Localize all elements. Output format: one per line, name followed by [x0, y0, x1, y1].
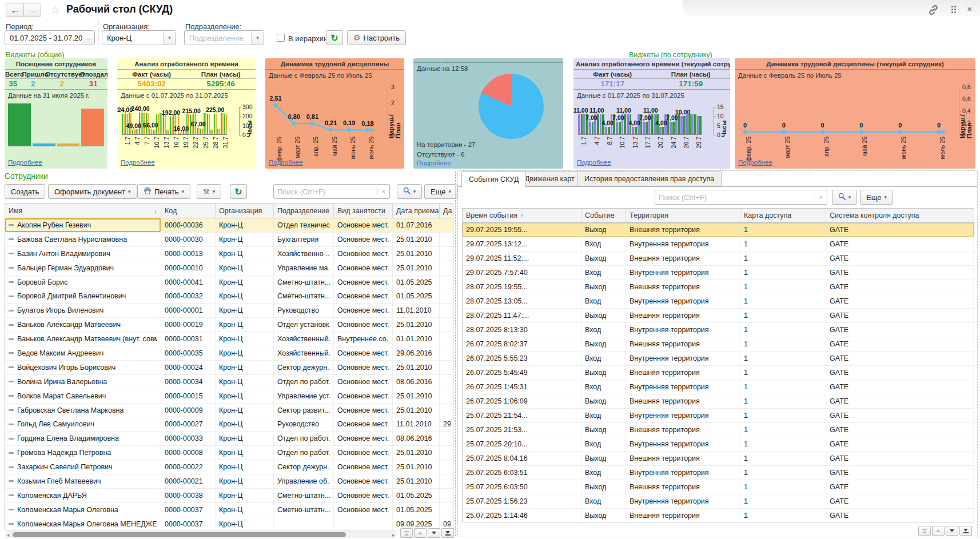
print-button[interactable]: Печать▾: [137, 184, 190, 199]
table-row[interactable]: Козьмин Глеб Матвеевич0000-00021Крон-ЦУп…: [5, 474, 453, 489]
table-row[interactable]: Коломенская Марья Олеговна МЕНЕДЖЕР0000-…: [5, 517, 453, 530]
table-row[interactable]: Войцехович Игорь Борисович0000-00024Крон…: [5, 361, 453, 375]
column-header[interactable]: Событие: [581, 209, 626, 222]
scroll-to-bottom-button[interactable]: [959, 526, 972, 536]
column-header[interactable]: Организация: [216, 204, 274, 218]
tab-card-movements[interactable]: Движения карт: [517, 171, 582, 186]
table-row[interactable]: 26.07.2025 1:06:09ВыходВнешняя территори…: [463, 394, 974, 409]
table-row[interactable]: 25.07.2025 8:04:16ВыходВнешняя территори…: [463, 452, 974, 466]
table-row[interactable]: 25.07.2025 1:56:23ВходВнутренняя террито…: [463, 494, 974, 509]
scroll-to-top-button[interactable]: [918, 526, 931, 536]
table-row[interactable]: 29.07.2025 7:57:40ВходВнутренняя террито…: [463, 266, 974, 280]
table-row[interactable]: Бальцер Герман Эдуардович0000-00010Крон-…: [5, 261, 453, 276]
create-button[interactable]: Создать: [5, 184, 45, 199]
column-header[interactable]: Да: [440, 204, 453, 218]
link-icon[interactable]: [928, 5, 939, 18]
table-row[interactable]: Гордина Елена Владимировна0000-00033Крон…: [5, 432, 453, 446]
events-search-button[interactable]: ▾: [832, 190, 857, 205]
hierarchy-checkbox[interactable]: [277, 34, 285, 42]
table-row[interactable]: 25.07.2025 6:03:51ВходВнутренняя террито…: [463, 466, 974, 480]
details-link[interactable]: Подробнее: [117, 158, 158, 169]
back-button[interactable]: ←: [6, 3, 23, 17]
column-header[interactable]: Время события↑: [463, 209, 581, 222]
scroll-to-top-button[interactable]: [400, 528, 413, 538]
column-header[interactable]: Подразделение: [274, 204, 334, 218]
column-header[interactable]: Карта доступа: [740, 209, 826, 222]
panel-splitter[interactable]: [455, 171, 456, 536]
make-document-button[interactable]: Оформить документ▾: [48, 184, 137, 199]
scroll-down-button[interactable]: [946, 526, 958, 536]
employees-search-input[interactable]: [274, 187, 377, 196]
table-row[interactable]: 28.07.2025 8:13:30ВходВнутренняя террито…: [463, 323, 974, 337]
period-picker-button[interactable]: ...: [82, 31, 94, 45]
period-input[interactable]: 01.07.2025 - 31.07.2025 ...: [5, 30, 95, 45]
table-row[interactable]: 28.07.2025 11:47:...ВыходВнешняя террито…: [463, 309, 974, 323]
table-row[interactable]: Волина Ирина Валерьевна0000-00034Крон-ЦО…: [5, 375, 453, 389]
table-row[interactable]: Волков Марат Савельевич0000-00015Крон-ЦУ…: [5, 389, 453, 404]
tab-events[interactable]: События СКУД: [461, 171, 526, 187]
table-row[interactable]: 29.07.2025 11:52:...ВыходВнешняя террито…: [463, 251, 974, 266]
table-row[interactable]: Ведов Максим Андреевич0000-00035Крон-ЦХо…: [5, 346, 453, 361]
table-row[interactable]: Боровой Борис0000-00041Крон-ЦСметно-штат…: [5, 276, 453, 290]
table-row[interactable]: Захаркин Савелий Петрович0000-00022Крон-…: [5, 460, 453, 474]
column-header[interactable]: Система контроля доступа: [826, 209, 974, 222]
table-row[interactable]: Ваньков Александр Матвеевич (внут. совм.…: [5, 332, 453, 346]
table-row[interactable]: 26.07.2025 5:55:23ВходВнутренняя террито…: [463, 352, 974, 366]
table-row[interactable]: Базин Антон Владимирович0000-00013Крон-Ц…: [5, 247, 453, 261]
scroll-down-button[interactable]: [428, 528, 440, 538]
table-row[interactable]: Боровой Дмитрий Валентинович0000-00032Кр…: [5, 289, 453, 304]
table-row[interactable]: 29.07.2025 13:12...ВходВнутренняя террит…: [463, 237, 974, 251]
column-header[interactable]: Вид занятости: [334, 204, 393, 218]
table-row[interactable]: 28.07.2025 19:55...ВыходВнешняя территор…: [463, 280, 974, 294]
table-row[interactable]: 25.07.2025 1:14:46ВыходВнешняя территори…: [463, 509, 974, 522]
table-row[interactable]: Булатов Игорь Виленович0000-00001Крон-ЦР…: [5, 304, 453, 318]
chevron-down-icon[interactable]: ▾: [163, 31, 176, 45]
search-button[interactable]: ▾: [397, 184, 422, 199]
scroll-left-icon[interactable]: ◂: [5, 532, 11, 538]
events-search-input[interactable]: [655, 193, 815, 202]
details-link[interactable]: Подробнее: [573, 158, 615, 169]
configure-button[interactable]: ⚙ Настроить: [347, 30, 406, 45]
table-row[interactable]: Коломенская ДАРЬЯ0000-00038Крон-ЦСметно-…: [5, 489, 453, 503]
tab-access-rights-history[interactable]: История предоставления прав доступа: [577, 171, 722, 186]
details-link[interactable]: Подробнее: [265, 158, 306, 169]
forward-button[interactable]: →: [23, 3, 41, 17]
column-header[interactable]: Код: [161, 204, 216, 218]
table-row[interactable]: 25.07.2025 21:54...ВходВнутренняя террит…: [463, 409, 974, 423]
table-row[interactable]: 25.07.2025 20:10...ВходВнутренняя террит…: [463, 437, 974, 452]
details-link[interactable]: Подробнее: [5, 158, 46, 169]
table-row[interactable]: 25.07.2025 21:53...ВыходВнешняя территор…: [463, 423, 974, 437]
refresh-list-button[interactable]: ↻: [230, 184, 247, 199]
details-link[interactable]: Подробнее: [413, 158, 455, 169]
table-row[interactable]: 29.07.2025 19:55...ВыходВнешняя территор…: [463, 223, 974, 237]
chevron-down-icon[interactable]: ▾: [251, 31, 264, 45]
table-row[interactable]: Акопян Рубен Гезевич0000-00036Крон-ЦОтде…: [5, 218, 453, 233]
close-icon[interactable]: ×: [967, 5, 972, 14]
table-row[interactable]: Гольд Лев Самуилович0000-00027Крон-ЦРуко…: [5, 417, 453, 432]
table-row[interactable]: 26.07.2025 1:45:31ВходВнутренняя террито…: [463, 380, 974, 394]
scroll-up-button[interactable]: [932, 526, 945, 536]
column-header[interactable]: Территория: [626, 209, 740, 222]
scroll-up-button[interactable]: [414, 528, 427, 538]
table-row[interactable]: Коломенская Марья Олеговна0000-00037Крон…: [5, 503, 453, 517]
tools-button[interactable]: ⚒▾: [197, 184, 221, 199]
table-row[interactable]: Ваньков Александр Матвеевич0000-00019Кро…: [5, 318, 453, 332]
column-header[interactable]: Имя↓: [5, 204, 161, 218]
table-row[interactable]: Габровская Светлана Марковна0000-00009Кр…: [5, 404, 453, 418]
refresh-button[interactable]: ↻: [326, 30, 343, 45]
more-menu-icon[interactable]: [951, 6, 956, 13]
events-more-button[interactable]: Еще▾: [860, 190, 893, 205]
table-row[interactable]: Бажова Светлана Нурисламовна0000-00030Кр…: [5, 233, 453, 247]
clear-search-icon[interactable]: ×: [815, 194, 827, 201]
table-row[interactable]: Громова Надежда Петровна0000-00008Крон-Ц…: [5, 446, 453, 460]
details-link[interactable]: Подробнее: [735, 158, 776, 169]
table-row[interactable]: 28.07.2025 13:05...ВходВнутренняя террит…: [463, 294, 974, 309]
clear-search-icon[interactable]: ×: [377, 188, 389, 195]
table-row[interactable]: 26.07.2025 5:45:49ВыходВнешняя территори…: [463, 366, 974, 380]
table-row[interactable]: 25.07.2025 6:03:50ВыходВнешняя территори…: [463, 480, 974, 494]
favorite-star-icon[interactable]: ☆: [51, 3, 61, 17]
table-row[interactable]: 26.07.2025 8:02:37ВыходВнешняя территори…: [463, 337, 974, 352]
scroll-to-bottom-button[interactable]: [441, 528, 454, 538]
scrollbar-thumb[interactable]: [13, 532, 346, 537]
department-select[interactable]: Подразделение ▾: [184, 30, 264, 45]
